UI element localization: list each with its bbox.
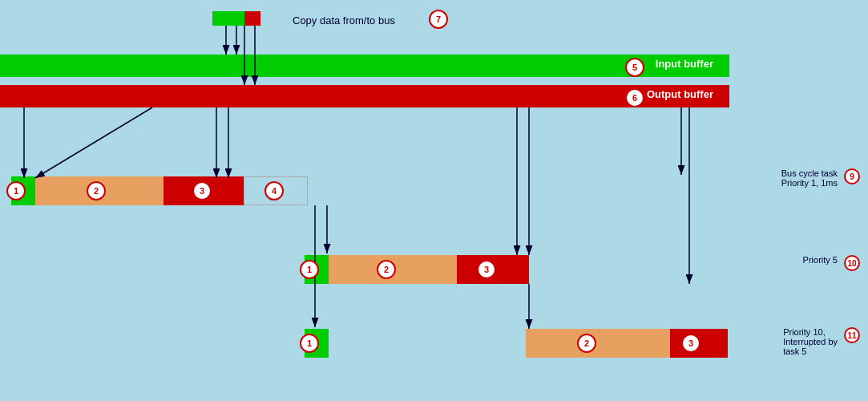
task3-seg-orange (526, 329, 670, 358)
circle-7: 7 (429, 10, 448, 29)
output-buffer: Output buffer (0, 85, 729, 107)
circle-2b: 2 (377, 260, 396, 279)
label-10-container: 10 Priority 5 (803, 255, 860, 265)
circle-11: 11 (844, 327, 860, 343)
output-buffer-label: Output buffer (647, 88, 713, 100)
circle-10: 10 (844, 255, 860, 271)
input-buffer: Input buffer (0, 55, 729, 77)
circle-1c: 1 (300, 334, 319, 353)
label-9-container: 9 Bus cycle task Priority 1, 1ms (781, 168, 860, 188)
circle-4a: 4 (264, 181, 284, 200)
label-11-container: 11 Priority 10, Interrupted by task 5 (783, 327, 860, 356)
circle-1b: 1 (300, 260, 319, 279)
svg-line-5 (35, 107, 152, 178)
circle-2c: 2 (577, 334, 596, 353)
input-buffer-label: Input buffer (656, 58, 713, 70)
circle-3b: 3 (477, 260, 496, 279)
label-11-text: Priority 10, Interrupted by task 5 (783, 327, 838, 356)
label-10-text: Priority 5 (803, 255, 838, 265)
circle-3c: 3 (681, 334, 700, 353)
copy-data-label: Copy data from/to bus (293, 14, 395, 26)
circle-5: 5 (625, 58, 644, 77)
copy-data-green (212, 11, 244, 26)
copy-data-bar (212, 11, 260, 26)
circle-3a: 3 (192, 181, 212, 200)
circle-9: 9 (844, 168, 860, 184)
label-9-text: Bus cycle task Priority 1, 1ms (781, 168, 838, 188)
circle-2a: 2 (87, 181, 106, 200)
copy-data-red (244, 11, 260, 26)
circle-1a: 1 (6, 181, 26, 200)
circle-6: 6 (625, 88, 644, 107)
